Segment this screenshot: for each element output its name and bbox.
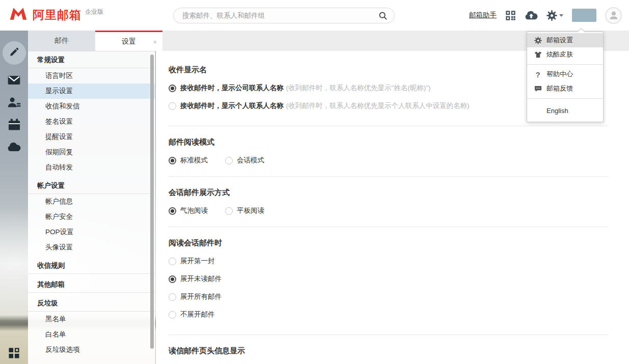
mail-icon[interactable] xyxy=(7,73,21,87)
nav-item-白名单[interactable]: 白名单 xyxy=(28,327,155,342)
nav-section-其他邮箱[interactable]: 其他邮箱 xyxy=(28,276,155,293)
tshirt-icon xyxy=(534,50,542,59)
radio-selected-icon[interactable] xyxy=(169,275,176,283)
menu-item-label: 炫酷皮肤 xyxy=(546,50,573,59)
sidebar-scrollbar[interactable] xyxy=(150,54,154,349)
nav-section-收信规则[interactable]: 收信规则 xyxy=(28,257,155,274)
option-label: 展开第一封 xyxy=(180,257,215,266)
option-label: 接收邮件时，显示公司联系人名称 xyxy=(180,83,284,93)
radio-option[interactable]: 展开第一封 xyxy=(169,257,609,266)
tab-1[interactable]: 设置× xyxy=(95,31,162,51)
option-label: 展开未读邮件 xyxy=(180,274,222,284)
cloud-drive-icon[interactable] xyxy=(525,9,538,22)
radio-option[interactable]: 不展开邮件 xyxy=(169,310,609,319)
search-icon[interactable] xyxy=(378,11,388,20)
contacts-icon[interactable] xyxy=(7,96,21,109)
section-title: 读信邮件页头信息显示 xyxy=(169,346,609,356)
nav-item-自动转发[interactable]: 自动转发 xyxy=(28,160,155,175)
menu-item-邮箱反馈[interactable]: 邮箱反馈 xyxy=(527,81,603,96)
menu-divider xyxy=(527,98,603,99)
close-icon[interactable]: × xyxy=(153,38,157,45)
radio-unselected-icon[interactable] xyxy=(225,157,233,164)
nav-item-POP设置[interactable]: POP设置 xyxy=(28,225,155,240)
option-label: 气泡阅读 xyxy=(180,206,208,215)
chevron-down-icon xyxy=(559,14,563,17)
nav-item-签名设置[interactable]: 签名设置 xyxy=(28,114,155,129)
settings-sidebar: 常规设置语言时区显示设置收信和发信签名设置提醒设置假期回复自动转发帐户设置帐户信… xyxy=(28,51,155,364)
tab-label: 设置 xyxy=(122,37,136,46)
option-label: 平板阅读 xyxy=(237,206,264,215)
section-title: 阅读会话邮件时 xyxy=(169,238,609,248)
radio-unselected-icon[interactable] xyxy=(169,258,176,265)
menu-item-炫酷皮肤[interactable]: 炫酷皮肤 xyxy=(527,47,603,62)
nav-item-收信和发信[interactable]: 收信和发信 xyxy=(28,99,155,114)
gear-icon[interactable] xyxy=(546,10,557,21)
option-label: 标准模式 xyxy=(180,156,208,165)
tab-0[interactable]: 邮件 xyxy=(28,31,95,51)
app-logo: 阿里邮箱 企业版 xyxy=(8,6,103,23)
nav-item-黑名单[interactable]: 黑名单 xyxy=(28,312,155,327)
settings-section: 读信邮件页头信息显示详细显示简洁显示 xyxy=(169,335,609,364)
gear-icon xyxy=(534,36,542,44)
option-group: 标准模式会话模式 xyxy=(169,156,609,165)
radio-selected-icon[interactable] xyxy=(169,157,176,164)
menu-item-帮助中心[interactable]: ?帮助中心 xyxy=(527,67,603,81)
logo-m-icon xyxy=(8,6,29,23)
nav-item-语言时区[interactable]: 语言时区 xyxy=(28,68,155,83)
menu-item-label: 帮助中心 xyxy=(546,70,573,79)
radio-selected-icon[interactable] xyxy=(169,207,176,215)
radio-unselected-icon[interactable] xyxy=(169,311,176,319)
radio-unselected-icon[interactable] xyxy=(225,207,233,215)
calendar-icon[interactable] xyxy=(8,118,21,131)
menu-item-邮箱设置[interactable]: 邮箱设置 xyxy=(527,33,603,47)
apps-grid-icon[interactable] xyxy=(0,347,28,359)
section-title: 会话邮件展示方式 xyxy=(169,188,609,198)
nav-item-反垃圾选项[interactable]: 反垃圾选项 xyxy=(28,342,155,357)
nav-item-假期回复[interactable]: 假期回复 xyxy=(28,145,155,160)
option-group: 气泡阅读平板阅读 xyxy=(169,206,609,215)
compose-button[interactable] xyxy=(3,41,26,65)
question-icon: ? xyxy=(534,70,542,78)
nav-item-头像设置[interactable]: 头像设置 xyxy=(28,240,155,255)
menu-item-label: English xyxy=(546,107,568,115)
nav-section-常规设置[interactable]: 常规设置 xyxy=(28,51,155,68)
settings-gear-menu[interactable] xyxy=(546,10,563,21)
radio-option[interactable]: 展开未读邮件 xyxy=(169,274,609,284)
option-group: 展开第一封展开未读邮件展开所有邮件不展开邮件 xyxy=(169,257,609,319)
logo-edition-badge: 企业版 xyxy=(85,8,103,16)
radio-unselected-icon[interactable] xyxy=(169,102,176,110)
nav-item-提醒设置[interactable]: 提醒设置 xyxy=(28,129,155,145)
radio-unselected-icon[interactable] xyxy=(169,293,176,301)
radio-option[interactable]: 展开所有邮件 xyxy=(169,292,609,301)
cloud-icon[interactable] xyxy=(7,140,21,154)
nav-section-反垃圾[interactable]: 反垃圾 xyxy=(28,295,155,312)
option-hint: (收到邮件时，联系人名称优先显示"姓名(昵称)") xyxy=(286,83,431,93)
logo-text: 阿里邮箱 xyxy=(33,7,81,23)
section-title: 邮件阅读模式 xyxy=(169,137,609,147)
radio-selected-icon[interactable] xyxy=(169,85,176,92)
qr-code-icon[interactable] xyxy=(505,10,516,21)
radio-option[interactable]: 平板阅读 xyxy=(225,206,264,215)
nav-item-帐户安全[interactable]: 帐户安全 xyxy=(28,209,155,225)
mail-assistant-link[interactable]: 邮箱助手 xyxy=(469,11,497,20)
user-account-chip[interactable] xyxy=(572,9,596,22)
tab-label: 邮件 xyxy=(54,36,69,45)
menu-item-label: 邮箱设置 xyxy=(546,36,573,45)
left-icon-rail xyxy=(0,31,28,364)
settings-section: 阅读会话邮件时展开第一封展开未读邮件展开所有邮件不展开邮件 xyxy=(169,227,609,335)
feedback-icon xyxy=(534,85,542,93)
option-label: 会话模式 xyxy=(237,156,264,165)
radio-option[interactable]: 会话模式 xyxy=(225,156,264,165)
option-label: 展开所有邮件 xyxy=(180,292,222,301)
radio-option[interactable]: 气泡阅读 xyxy=(169,206,208,215)
radio-option[interactable]: 标准模式 xyxy=(169,156,208,165)
nav-item-显示设置[interactable]: 显示设置 xyxy=(28,83,155,99)
menu-item-English[interactable]: English xyxy=(527,101,603,120)
search-input[interactable] xyxy=(174,8,394,23)
user-dropdown-menu: 邮箱设置炫酷皮肤?帮助中心邮箱反馈English xyxy=(527,32,604,122)
nav-item-帐户信息[interactable]: 帐户信息 xyxy=(28,194,155,209)
settings-section: 会话邮件展示方式气泡阅读平板阅读 xyxy=(169,177,609,227)
nav-section-帐户设置[interactable]: 帐户设置 xyxy=(28,177,155,194)
avatar[interactable] xyxy=(605,7,622,24)
option-label: 不展开邮件 xyxy=(180,310,215,319)
